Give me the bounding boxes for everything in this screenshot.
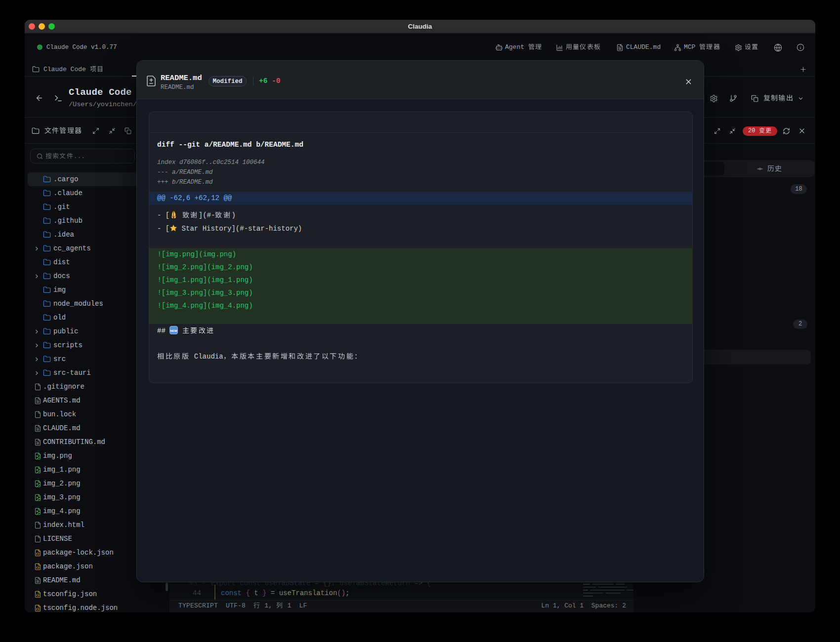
svg-text:NEW: NEW bbox=[170, 329, 177, 332]
